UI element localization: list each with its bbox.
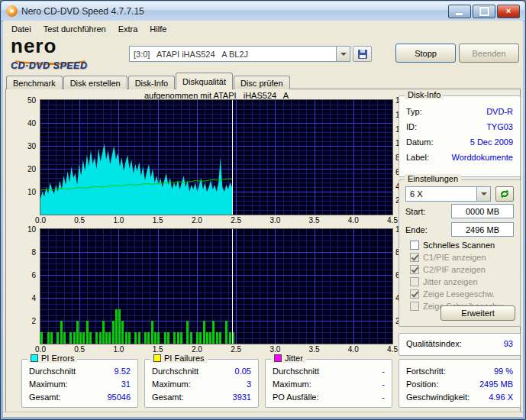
checkbox-box[interactable]	[410, 241, 419, 250]
checkbox-label: C2/PIF anzeigen	[423, 265, 486, 274]
stat-row: Maximum:-	[273, 380, 385, 389]
pi-errors-color-chip	[31, 354, 38, 362]
disk-info-row: Label:Worddokumente	[406, 153, 513, 162]
checkbox-box	[410, 277, 419, 286]
pi-errors-title: PI Errors	[41, 354, 74, 363]
app-window: Nero CD-DVD Speed 4.7.7.15 DateiTest dur…	[0, 0, 526, 420]
menu-hilfe[interactable]: Hilfe	[144, 22, 173, 36]
floppy-icon	[358, 50, 367, 59]
drive-select-value: [3:0] ATAPI iHAS524 A BL2J	[130, 47, 336, 61]
checkbox-jitter-anzeigen: Jitter anzeigen	[410, 276, 478, 287]
tab-disk-info[interactable]: Disk-Info	[128, 76, 175, 89]
pi-failures-x-axis: 0.00.51.01.52.02.53.03.54.04.5	[40, 345, 392, 354]
stop-button[interactable]: Stopp	[395, 44, 456, 63]
checkbox-zeige-lesegeschw: Zeige Lesegeschw.	[410, 289, 495, 299]
checkbox-box	[410, 289, 419, 299]
close-button[interactable]	[497, 5, 520, 18]
end-input[interactable]: 2496 MB	[451, 222, 514, 237]
tabstrip: BenchmarkDisk erstellenDisk-InfoDiskqual…	[6, 73, 291, 89]
checkbox-box	[410, 265, 419, 274]
checkbox-c1-pie-anzeigen: C1/PIE anzeigen	[410, 252, 486, 263]
menubar: DateiTest durchführenExtraHilfe	[3, 21, 523, 37]
minimize-button[interactable]	[448, 5, 471, 18]
statusbar	[3, 412, 523, 417]
chevron-down-icon	[481, 192, 487, 195]
stat-row: Durchschnitt-	[273, 367, 385, 376]
stat-row: Maximum:3	[152, 380, 251, 389]
jitter-color-chip	[274, 354, 282, 362]
checkbox-c2-pif-anzeigen: C2/PIF anzeigen	[410, 264, 486, 275]
tab-diskqualit-t[interactable]: Diskqualität	[176, 73, 233, 89]
checkbox-label: C1/PIE anzeigen	[423, 253, 486, 262]
progress-row: Position:2495 MB	[406, 380, 513, 389]
pi-failures-panel: PI Failures Durchschnitt0.05 Maximum:3 G…	[144, 359, 259, 408]
speed-select-dropdown-button[interactable]	[476, 187, 490, 201]
stat-row: Durchschnitt9.52	[29, 367, 131, 376]
checkbox-label: Zeige Lesegeschw.	[423, 289, 495, 299]
quality-index-row: Qualitätsindex: 93	[406, 339, 513, 348]
pi-errors-chart	[40, 99, 393, 215]
tab-disk-erstellen[interactable]: Disk erstellen	[63, 76, 127, 89]
pi-errors-left-axis: 5040302010	[8, 100, 38, 215]
start-label: Start:	[405, 207, 425, 216]
start-input[interactable]: 0000 MB	[451, 204, 514, 218]
window-controls	[448, 5, 520, 18]
menu-datei[interactable]: Datei	[5, 22, 37, 36]
tab-disc-pr-fen[interactable]: Disc prüfen	[234, 76, 290, 89]
quality-index-value: 93	[504, 339, 513, 348]
minimize-icon	[456, 13, 463, 15]
client-area: DateiTest durchführenExtraHilfe nero CD·…	[3, 21, 523, 417]
apply-speed-button[interactable]	[495, 186, 514, 202]
pi-failures-chart	[40, 228, 393, 344]
pi-failures-title: PI Failures	[164, 354, 205, 363]
speed-select[interactable]: 6 X	[405, 186, 491, 202]
disk-info-panel: Disk-Info Typ:DVD-R ID:TYG03 Datum:5 Dec…	[399, 95, 521, 177]
stat-row: PO Ausfälle:-	[273, 393, 385, 402]
settings-panel: Einstellungen 6 X Start: 0000 MB	[399, 179, 521, 327]
tab-benchmark[interactable]: Benchmark	[6, 76, 63, 89]
save-button[interactable]	[353, 46, 372, 62]
app-icon	[6, 5, 18, 17]
checkbox-schnelles-scannen[interactable]: Schnelles Scannen	[410, 240, 495, 250]
advanced-button[interactable]: Erweitert	[440, 305, 515, 321]
drive-select[interactable]: [3:0] ATAPI iHAS524 A BL2J	[129, 46, 350, 62]
exit-button: Beenden	[459, 44, 519, 63]
checkbox-label: Schnelles Scannen	[423, 241, 495, 250]
end-label: Ende:	[405, 225, 428, 234]
pi-errors-panel: PI Errors Durchschnitt9.52 Maximum:31 Ge…	[21, 359, 138, 408]
checkbox-label: Jitter anzeigen	[423, 277, 478, 286]
speed-select-value: 6 X	[406, 187, 476, 201]
toolbar: nero CD·DVD SPEED [3:0] ATAPI iHAS524 A …	[3, 37, 523, 72]
checkbox-box	[410, 302, 419, 311]
tabpage-diskqualitaet: aufgenommen mit ATAPI iHAS524 A 50403020…	[5, 89, 521, 414]
stat-row: Durchschnitt0.05	[152, 367, 251, 376]
checkbox-box	[410, 253, 419, 262]
pi-errors-x-axis: 0.00.51.01.52.02.53.03.54.04.5	[40, 216, 392, 225]
quality-index-panel: Qualitätsindex: 93	[399, 333, 521, 356]
titlebar[interactable]: Nero CD-DVD Speed 4.7.7.15	[2, 2, 524, 21]
pi-failures-color-chip	[153, 354, 161, 362]
maximize-icon	[479, 7, 489, 16]
progress-row: Fortschritt:99 %	[406, 367, 513, 376]
menu-test-durchf-hren[interactable]: Test durchführen	[37, 22, 112, 36]
refresh-icon	[499, 189, 510, 199]
stat-row: Maximum:31	[29, 380, 131, 389]
menu-extra[interactable]: Extra	[112, 22, 144, 36]
disk-info-title: Disk-Info	[408, 90, 440, 99]
progress-panel: Fortschritt:99 % Position:2495 MB Geschw…	[399, 359, 521, 408]
progress-row: Geschwindigkeit:4.96 X	[406, 393, 513, 402]
jitter-panel: Jitter Durchschnitt- Maximum:- PO Ausfäl…	[265, 359, 392, 408]
quality-index-label: Qualitätsindex:	[406, 339, 462, 348]
logo-text: nero	[11, 37, 129, 54]
window-title: Nero CD-DVD Speed 4.7.7.15	[21, 6, 444, 17]
maximize-button[interactable]	[473, 5, 495, 18]
jitter-title: Jitter	[285, 354, 303, 363]
nero-logo: nero CD·DVD SPEED	[11, 37, 129, 71]
drive-select-dropdown-button[interactable]	[336, 47, 350, 61]
disk-info-row: Datum:5 Dec 2009	[406, 137, 513, 147]
stat-row: Gesamt:95046	[29, 393, 131, 402]
stat-row: Gesamt:3931	[152, 393, 251, 402]
settings-title: Einstellungen	[408, 174, 458, 183]
disk-info-row: ID:TYG03	[406, 122, 513, 131]
disk-info-row: Typ:DVD-R	[406, 107, 513, 116]
